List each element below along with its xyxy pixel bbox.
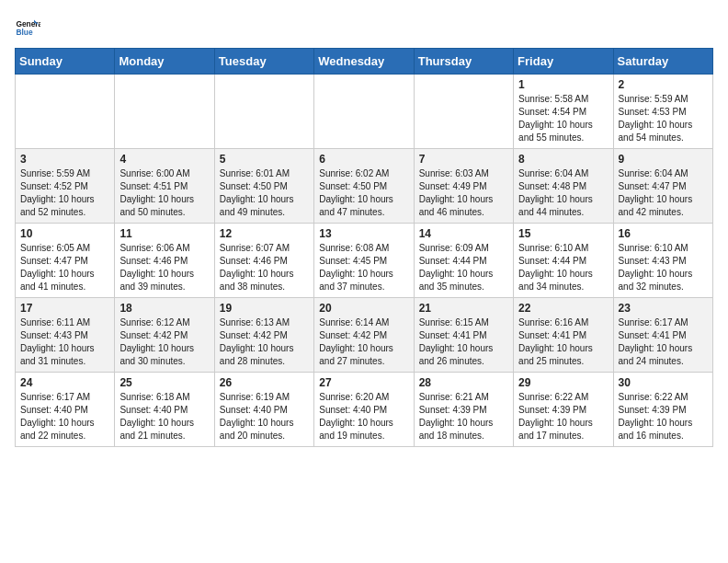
day-info: Sunrise: 6:07 AM Sunset: 4:46 PM Dayligh… (220, 242, 309, 293)
calendar-cell (16, 75, 115, 149)
day-info: Sunrise: 6:04 AM Sunset: 4:47 PM Dayligh… (619, 167, 708, 219)
calendar-cell: 27Sunrise: 6:20 AM Sunset: 4:40 PM Dayli… (314, 373, 414, 447)
calendar-cell: 9Sunrise: 6:04 AM Sunset: 4:47 PM Daylig… (613, 149, 712, 224)
day-number: 2 (619, 78, 708, 91)
calendar-cell (115, 75, 214, 149)
day-info: Sunrise: 6:15 AM Sunset: 4:41 PM Dayligh… (419, 316, 508, 368)
day-number: 5 (220, 153, 309, 166)
calendar-cell: 28Sunrise: 6:21 AM Sunset: 4:39 PM Dayli… (414, 373, 513, 447)
day-info: Sunrise: 6:00 AM Sunset: 4:51 PM Dayligh… (119, 167, 209, 219)
day-number: 23 (619, 302, 708, 315)
day-info: Sunrise: 6:18 AM Sunset: 4:40 PM Dayligh… (119, 391, 209, 442)
calendar-cell: 16Sunrise: 6:10 AM Sunset: 4:43 PM Dayli… (613, 224, 712, 298)
calendar-cell: 1Sunrise: 5:58 AM Sunset: 4:54 PM Daylig… (514, 75, 613, 149)
calendar-cell: 30Sunrise: 6:22 AM Sunset: 4:39 PM Dayli… (613, 373, 712, 447)
day-info: Sunrise: 6:22 AM Sunset: 4:39 PM Dayligh… (518, 391, 608, 442)
day-number: 17 (20, 302, 109, 315)
day-number: 30 (619, 376, 708, 389)
logo: General Blue (15, 15, 44, 40)
day-number: 14 (419, 227, 508, 240)
calendar-cell: 25Sunrise: 6:18 AM Sunset: 4:40 PM Dayli… (115, 373, 214, 447)
day-number: 22 (518, 302, 608, 315)
day-number: 10 (20, 227, 109, 240)
day-info: Sunrise: 6:20 AM Sunset: 4:40 PM Dayligh… (319, 391, 408, 442)
day-number: 19 (220, 302, 309, 315)
day-number: 9 (619, 153, 708, 166)
day-number: 3 (20, 153, 109, 166)
day-number: 15 (518, 227, 608, 240)
day-info: Sunrise: 6:10 AM Sunset: 4:44 PM Dayligh… (518, 242, 608, 293)
day-info: Sunrise: 6:01 AM Sunset: 4:50 PM Dayligh… (220, 167, 309, 219)
day-info: Sunrise: 6:17 AM Sunset: 4:41 PM Dayligh… (619, 316, 708, 368)
day-number: 8 (518, 153, 608, 166)
calendar-cell: 21Sunrise: 6:15 AM Sunset: 4:41 PM Dayli… (414, 298, 513, 373)
calendar-cell: 13Sunrise: 6:08 AM Sunset: 4:45 PM Dayli… (314, 224, 414, 298)
weekday-header: Friday (514, 49, 613, 75)
day-info: Sunrise: 6:16 AM Sunset: 4:41 PM Dayligh… (518, 316, 608, 368)
day-number: 18 (119, 302, 209, 315)
calendar-cell: 15Sunrise: 6:10 AM Sunset: 4:44 PM Dayli… (514, 224, 613, 298)
day-number: 21 (419, 302, 508, 315)
day-info: Sunrise: 6:03 AM Sunset: 4:49 PM Dayligh… (419, 167, 508, 219)
weekday-header-row: SundayMondayTuesdayWednesdayThursdayFrid… (16, 49, 713, 75)
page-header: General Blue (15, 15, 713, 40)
day-number: 16 (619, 227, 708, 240)
svg-text:Blue: Blue (16, 28, 32, 37)
calendar-cell: 29Sunrise: 6:22 AM Sunset: 4:39 PM Dayli… (514, 373, 613, 447)
calendar-cell (314, 75, 414, 149)
day-info: Sunrise: 5:59 AM Sunset: 4:52 PM Dayligh… (20, 167, 109, 219)
day-number: 13 (319, 227, 408, 240)
calendar-week-row: 1Sunrise: 5:58 AM Sunset: 4:54 PM Daylig… (16, 75, 713, 149)
day-info: Sunrise: 6:22 AM Sunset: 4:39 PM Dayligh… (619, 391, 708, 442)
calendar-cell: 20Sunrise: 6:14 AM Sunset: 4:42 PM Dayli… (314, 298, 414, 373)
day-number: 4 (119, 153, 209, 166)
day-info: Sunrise: 6:17 AM Sunset: 4:40 PM Dayligh… (20, 391, 109, 442)
day-number: 28 (419, 376, 508, 389)
day-number: 11 (119, 227, 209, 240)
day-number: 26 (220, 376, 309, 389)
calendar-cell: 7Sunrise: 6:03 AM Sunset: 4:49 PM Daylig… (414, 149, 513, 224)
calendar-week-row: 3Sunrise: 5:59 AM Sunset: 4:52 PM Daylig… (16, 149, 713, 224)
calendar-cell (214, 75, 313, 149)
calendar-week-row: 10Sunrise: 6:05 AM Sunset: 4:47 PM Dayli… (16, 224, 713, 298)
calendar-cell: 14Sunrise: 6:09 AM Sunset: 4:44 PM Dayli… (414, 224, 513, 298)
day-info: Sunrise: 5:59 AM Sunset: 4:53 PM Dayligh… (619, 93, 708, 144)
calendar-cell: 10Sunrise: 6:05 AM Sunset: 4:47 PM Dayli… (16, 224, 115, 298)
day-number: 1 (518, 78, 608, 91)
calendar-cell: 22Sunrise: 6:16 AM Sunset: 4:41 PM Dayli… (514, 298, 613, 373)
day-info: Sunrise: 6:06 AM Sunset: 4:46 PM Dayligh… (119, 242, 209, 293)
day-number: 29 (518, 376, 608, 389)
day-info: Sunrise: 6:14 AM Sunset: 4:42 PM Dayligh… (319, 316, 408, 368)
day-info: Sunrise: 6:08 AM Sunset: 4:45 PM Dayligh… (319, 242, 408, 293)
day-number: 7 (419, 153, 508, 166)
logo-icon: General Blue (15, 15, 40, 40)
calendar-cell: 5Sunrise: 6:01 AM Sunset: 4:50 PM Daylig… (214, 149, 313, 224)
day-info: Sunrise: 6:09 AM Sunset: 4:44 PM Dayligh… (419, 242, 508, 293)
day-info: Sunrise: 6:11 AM Sunset: 4:43 PM Dayligh… (20, 316, 109, 368)
calendar-cell: 8Sunrise: 6:04 AM Sunset: 4:48 PM Daylig… (514, 149, 613, 224)
day-info: Sunrise: 6:13 AM Sunset: 4:42 PM Dayligh… (220, 316, 309, 368)
calendar-cell: 19Sunrise: 6:13 AM Sunset: 4:42 PM Dayli… (214, 298, 313, 373)
calendar-week-row: 17Sunrise: 6:11 AM Sunset: 4:43 PM Dayli… (16, 298, 713, 373)
calendar-cell: 3Sunrise: 5:59 AM Sunset: 4:52 PM Daylig… (16, 149, 115, 224)
weekday-header: Monday (115, 49, 214, 75)
day-number: 6 (319, 153, 408, 166)
day-info: Sunrise: 6:04 AM Sunset: 4:48 PM Dayligh… (518, 167, 608, 219)
day-number: 27 (319, 376, 408, 389)
weekday-header: Sunday (16, 49, 115, 75)
calendar-week-row: 24Sunrise: 6:17 AM Sunset: 4:40 PM Dayli… (16, 373, 713, 447)
weekday-header: Saturday (613, 49, 712, 75)
weekday-header: Tuesday (214, 49, 313, 75)
calendar-cell: 12Sunrise: 6:07 AM Sunset: 4:46 PM Dayli… (214, 224, 313, 298)
day-info: Sunrise: 5:58 AM Sunset: 4:54 PM Dayligh… (518, 93, 608, 144)
day-info: Sunrise: 6:10 AM Sunset: 4:43 PM Dayligh… (619, 242, 708, 293)
calendar-cell: 2Sunrise: 5:59 AM Sunset: 4:53 PM Daylig… (613, 75, 712, 149)
day-number: 12 (220, 227, 309, 240)
calendar-cell: 11Sunrise: 6:06 AM Sunset: 4:46 PM Dayli… (115, 224, 214, 298)
day-info: Sunrise: 6:12 AM Sunset: 4:42 PM Dayligh… (119, 316, 209, 368)
calendar-cell: 4Sunrise: 6:00 AM Sunset: 4:51 PM Daylig… (115, 149, 214, 224)
day-info: Sunrise: 6:05 AM Sunset: 4:47 PM Dayligh… (20, 242, 109, 293)
day-number: 20 (319, 302, 408, 315)
calendar-cell: 18Sunrise: 6:12 AM Sunset: 4:42 PM Dayli… (115, 298, 214, 373)
day-info: Sunrise: 6:21 AM Sunset: 4:39 PM Dayligh… (419, 391, 508, 442)
